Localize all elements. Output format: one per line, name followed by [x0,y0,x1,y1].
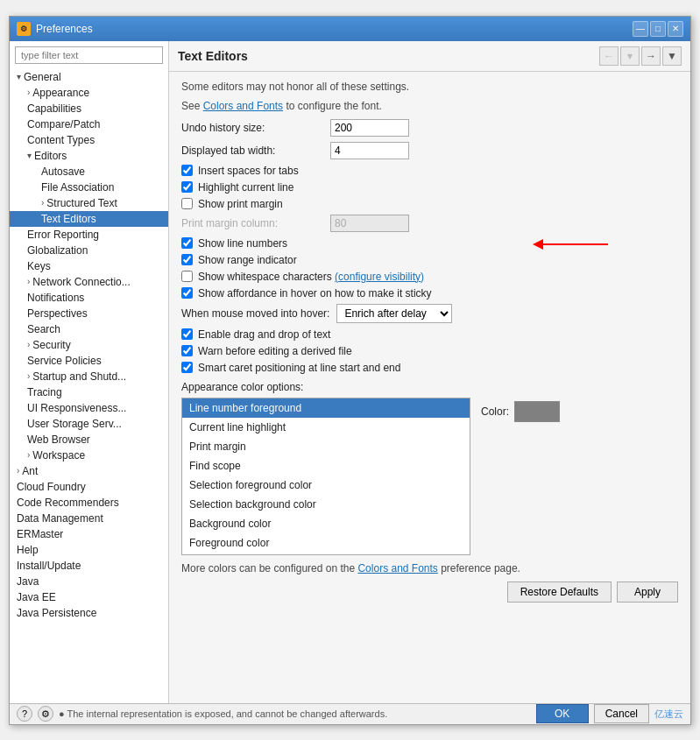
color-item-selection-fg[interactable]: Selection foreground color [182,476,470,495]
sidebar-item-appearance[interactable]: › Appearance [10,85,168,101]
smart-caret-checkbox[interactable] [181,362,193,373]
forward-button[interactable]: → [641,46,661,66]
color-item-background[interactable]: Background color [182,514,470,533]
sidebar-item-search[interactable]: Search [10,321,168,337]
sidebar-item-data-management[interactable]: Data Management [10,511,168,526]
print-margin-col-input[interactable] [330,215,409,232]
sidebar-item-perspectives[interactable]: Perspectives [10,306,168,321]
show-whitespace-row: Show whitespace characters (configure vi… [181,271,678,283]
sidebar-item-ant[interactable]: › Ant [10,463,168,479]
colors-fonts-link[interactable]: Colors and Fonts [203,100,283,112]
configure-visibility-link[interactable]: (configure visibility) [335,271,424,283]
left-panel: ▾ General › Appearance Capabilities Comp… [10,41,169,703]
sidebar-item-java-persistence[interactable]: Java Persistence [10,605,168,621]
insert-spaces-checkbox[interactable] [181,165,193,176]
show-line-numbers-checkbox[interactable] [181,237,193,249]
sidebar-item-cloud-foundry[interactable]: Cloud Foundry [10,479,168,495]
sidebar-item-file-association[interactable]: File Association [10,180,168,195]
sidebar-item-label: Cloud Foundry [17,481,86,493]
sidebar-item-startup-shutdown[interactable]: › Startup and Shutd... [10,369,168,384]
sidebar-item-general[interactable]: ▾ General [10,69,168,85]
sidebar-item-label: Globalization [27,244,88,257]
sidebar-item-help[interactable]: Help [10,542,168,558]
color-swatch[interactable] [514,401,560,422]
sidebar-item-network-connections[interactable]: › Network Connectio... [10,274,168,290]
warn-derived-label: Warn before editing a derived file [198,345,352,357]
sidebar-item-error-reporting[interactable]: Error Reporting [10,227,168,243]
expand-icon: › [27,88,30,97]
undo-history-input[interactable] [330,119,409,137]
window-controls: — □ ✕ [633,21,683,37]
ok-button[interactable]: OK [536,704,589,723]
sidebar-item-code-recommenders[interactable]: Code Recommenders [10,495,168,511]
minimize-button[interactable]: — [633,21,648,37]
sidebar-item-service-policies[interactable]: Service Policies [10,353,168,369]
show-print-margin-checkbox[interactable] [181,198,193,209]
sidebar-item-web-browser[interactable]: Web Browser [10,432,168,448]
settings-icon[interactable]: ⚙ [38,706,53,722]
sidebar-item-label: Tracing [27,386,62,398]
show-range-indicator-row: Show range indicator [181,254,678,266]
hover-select[interactable]: Enrich after delay Enrich immediately Ne… [336,304,452,323]
sidebar-item-globalization[interactable]: Globalization [10,243,168,258]
color-item-hyperlink[interactable]: Hyperlink [182,553,470,555]
sidebar-item-capabilities[interactable]: Capabilities [10,101,168,116]
sidebar-item-autosave[interactable]: Autosave [10,164,168,180]
show-whitespace-checkbox[interactable] [181,271,193,282]
color-item-foreground[interactable]: Foreground color [182,533,470,553]
panel-title: Text Editors [178,49,248,63]
sidebar-item-keys[interactable]: Keys [10,258,168,274]
color-item-current-line-highlight[interactable]: Current line highlight [182,418,470,437]
sidebar-item-editors[interactable]: ▾ Editors [10,148,168,164]
sidebar-item-compare-patch[interactable]: Compare/Patch [10,116,168,132]
sidebar-item-tracing[interactable]: Tracing [10,384,168,400]
sidebar-item-label: General [24,71,61,83]
sidebar-item-notifications[interactable]: Notifications [10,290,168,306]
back-button[interactable]: ← [599,46,619,66]
sidebar-item-label: Keys [27,260,51,272]
apply-button[interactable]: Apply [617,581,678,603]
close-button[interactable]: ✕ [668,21,683,37]
enable-drag-drop-row: Enable drag and drop of text [181,328,678,341]
maximize-button[interactable]: □ [650,21,666,37]
sidebar-item-workspace[interactable]: › Workspace [10,448,168,463]
colors-fonts-note: See Colors and Fonts to configure the fo… [181,100,678,112]
sidebar-item-structured-text[interactable]: › Structured Text [10,195,168,211]
sidebar-item-content-types[interactable]: Content Types [10,132,168,148]
filter-input[interactable] [15,46,163,64]
panel-header: Text Editors ← ▾ → ▼ [169,41,690,72]
view-menu-button[interactable]: ▼ [662,46,682,66]
show-print-margin-row: Show print margin [181,198,678,210]
sidebar-item-install-update[interactable]: Install/Update [10,558,168,574]
smart-caret-row: Smart caret positioning at line start an… [181,362,678,374]
sidebar-item-label: Code Recommenders [17,497,119,509]
panel-nav-buttons: ← ▾ → ▼ [599,46,682,66]
sidebar-item-java-ee[interactable]: Java EE [10,589,168,605]
sidebar-item-ui-responsiveness[interactable]: UI Responsiveness... [10,400,168,416]
color-item-line-number-fg[interactable]: Line number foreground [182,398,470,418]
sidebar-item-ermaster[interactable]: ERMaster [10,526,168,542]
sidebar-item-java[interactable]: Java [10,574,168,589]
color-item-print-margin[interactable]: Print margin [182,437,470,456]
sidebar-item-label: Ant [22,465,38,477]
more-colors-link[interactable]: Colors and Fonts [357,562,437,574]
show-range-indicator-checkbox[interactable] [181,254,193,265]
tab-width-input[interactable] [330,142,409,159]
enable-drag-drop-checkbox[interactable] [181,328,193,340]
enable-drag-drop-label: Enable drag and drop of text [198,328,330,341]
hover-label: When mouse moved into hover: [181,307,329,320]
help-icon[interactable]: ? [17,706,32,722]
restore-defaults-button[interactable]: Restore Defaults [507,581,612,603]
color-item-selection-bg[interactable]: Selection background color [182,495,470,514]
sidebar-item-text-editors[interactable]: Text Editors [10,211,168,227]
sidebar-item-user-storage[interactable]: User Storage Serv... [10,416,168,432]
sidebar-item-label: UI Responsiveness... [27,402,126,414]
sidebar-item-security[interactable]: › Security [10,337,168,353]
highlight-line-checkbox[interactable] [181,181,193,193]
sidebar-item-label: Notifications [27,292,84,304]
show-affordance-checkbox[interactable] [181,287,193,299]
nav-dropdown-button[interactable]: ▾ [620,46,640,66]
color-item-find-scope[interactable]: Find scope [182,456,470,476]
warn-derived-checkbox[interactable] [181,345,193,356]
cancel-button[interactable]: Cancel [594,704,649,723]
